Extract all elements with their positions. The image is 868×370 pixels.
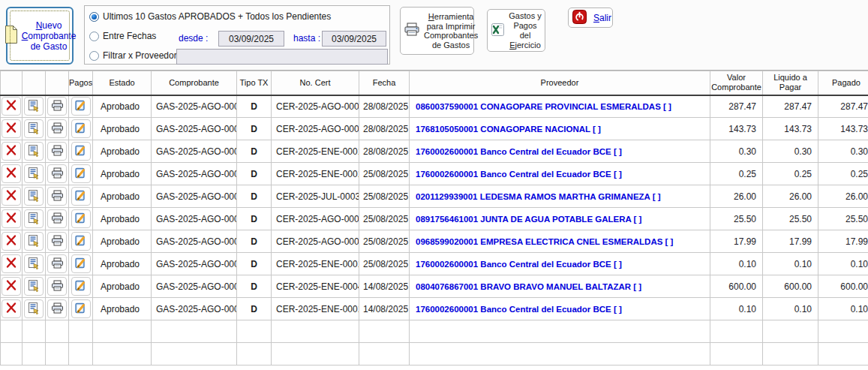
desde-date-input[interactable] <box>218 31 284 47</box>
print-row-button[interactable] <box>47 299 67 318</box>
table-row[interactable]: Aprobado GAS-2025-AGO-00006 D CER-2025-E… <box>1 275 868 298</box>
filter-option-dates[interactable]: Entre Fechas <box>89 31 156 41</box>
empty-cell <box>410 320 710 343</box>
new-expense-voucher-button[interactable]: Nuevo Comprobante de Gasto <box>6 7 74 65</box>
print-row-button[interactable] <box>47 119 67 138</box>
row-properties-button[interactable] <box>24 164 44 183</box>
print-row-button[interactable] <box>47 209 67 228</box>
empty-cell <box>710 320 763 343</box>
row-properties-button[interactable] <box>24 119 44 138</box>
header-print-column <box>46 71 69 95</box>
pagado-cell: 25.50 <box>818 208 868 230</box>
table-row[interactable]: Aprobado GAS-2025-AGO-00013 D CER-2025-A… <box>1 118 868 140</box>
row-properties-button[interactable] <box>24 277 44 296</box>
valor-comprobante-cell: 0.25 <box>710 163 763 185</box>
payments-edit-button[interactable] <box>71 232 91 251</box>
provider-filter-input[interactable] <box>176 49 388 65</box>
comprobante-cell: GAS-2025-AGO-00011 <box>152 163 237 185</box>
table-row[interactable]: Aprobado GAS-2025-AGO-00011 D CER-2025-E… <box>1 163 868 185</box>
edit-pencil-icon <box>74 144 87 159</box>
table-row[interactable]: Aprobado GAS-2025-AGO-00005 D CER-2025-E… <box>1 298 868 320</box>
delete-row-button[interactable] <box>2 299 21 318</box>
payments-edit-button[interactable] <box>71 254 91 273</box>
filter-option-recent[interactable]: Ultimos 10 Gastos APROBADOS + Todos los … <box>89 11 331 22</box>
delete-row-button[interactable] <box>2 277 21 296</box>
delete-row-button[interactable] <box>2 187 21 206</box>
payments-edit-button[interactable] <box>71 119 91 138</box>
print-row-button[interactable] <box>47 254 67 273</box>
table-row[interactable]: Aprobado GAS-2025-AGO-00009 D CER-2025-A… <box>1 208 868 230</box>
delete-x-icon <box>5 122 17 136</box>
estado-cell: Aprobado <box>93 140 152 163</box>
radio-dates[interactable] <box>89 32 99 41</box>
payments-edit-button[interactable] <box>71 299 91 318</box>
proveedor-cell: 1760002600001 Banco Central del Ecuador … <box>410 163 710 185</box>
header-tipo-tx: Tipo TX <box>237 71 272 95</box>
properties-icon <box>28 167 41 182</box>
radio-provider-label: Filtrar x Proveedor <box>103 50 177 61</box>
print-row-button[interactable] <box>47 187 67 206</box>
table-row[interactable]: Aprobado GAS-2025-AGO-00012 D CER-2025-E… <box>1 140 868 163</box>
tipo-tx-cell: D <box>237 118 272 140</box>
no-cert-cell: CER-2025-ENE-0001 <box>272 140 359 163</box>
tipo-tx-cell: D <box>237 163 272 185</box>
payments-edit-button[interactable] <box>71 277 91 296</box>
properties-icon <box>28 257 41 272</box>
radio-provider[interactable] <box>89 51 99 61</box>
expenses-table: Pagos Estado Comprobante Tipo TX No. Cer… <box>0 71 868 365</box>
empty-row <box>1 320 868 343</box>
tipo-tx-cell: D <box>237 95 272 118</box>
table-row[interactable]: Aprobado GAS-2025-AGO-00014 D CER-2025-A… <box>1 95 868 118</box>
row-properties-button[interactable] <box>24 187 44 206</box>
delete-row-button[interactable] <box>2 142 21 161</box>
delete-row-button[interactable] <box>2 232 21 251</box>
delete-row-button[interactable] <box>2 97 21 116</box>
table-row[interactable]: Aprobado GAS-2025-AGO-00010 D CER-2025-J… <box>1 185 868 208</box>
payments-edit-button[interactable] <box>71 142 91 161</box>
radio-recent[interactable] <box>89 12 99 22</box>
delete-row-button[interactable] <box>2 254 21 273</box>
payments-edit-button[interactable] <box>71 164 91 183</box>
payments-cell <box>69 95 93 118</box>
delete-cell <box>1 185 23 208</box>
properties-icon <box>28 122 41 137</box>
proveedor-cell: 1760002600001 Banco Central del Ecuador … <box>410 253 710 275</box>
table-row[interactable]: Aprobado GAS-2025-AGO-00007 D CER-2025-E… <box>1 253 868 275</box>
row-properties-button[interactable] <box>24 299 44 318</box>
filter-group: Ultimos 10 Gastos APROBADOS + Todos los … <box>84 5 390 65</box>
expenses-payments-report-button[interactable]: Gastos y Pagos del Ejercicio <box>487 9 545 52</box>
delete-row-button[interactable] <box>2 164 21 183</box>
row-properties-button[interactable] <box>24 142 44 161</box>
print-button-line2: para Imprimir <box>424 22 478 32</box>
payments-cell <box>69 163 93 185</box>
print-row-button[interactable] <box>47 97 67 116</box>
properties-icon <box>28 144 41 159</box>
payments-cell <box>69 185 93 208</box>
payments-edit-button[interactable] <box>71 97 91 116</box>
row-properties-button[interactable] <box>24 254 44 273</box>
payments-cell <box>69 208 93 230</box>
delete-row-button[interactable] <box>2 119 21 138</box>
print-row-button[interactable] <box>47 164 67 183</box>
print-vouchers-tool-button[interactable]: Herramienta para Imprimir Comprobantes d… <box>400 7 474 55</box>
table-row[interactable]: Aprobado GAS-2025-AGO-00008 D CER-2025-A… <box>1 230 868 253</box>
delete-cell <box>1 275 23 298</box>
payments-edit-button[interactable] <box>71 209 91 228</box>
edit-pencil-icon <box>74 189 87 204</box>
delete-row-button[interactable] <box>2 209 21 228</box>
print-row-button[interactable] <box>47 142 67 161</box>
row-properties-button[interactable] <box>24 232 44 251</box>
tipo-tx-cell: D <box>237 208 272 230</box>
row-properties-button[interactable] <box>24 209 44 228</box>
row-properties-button[interactable] <box>24 97 44 116</box>
comprobante-cell: GAS-2025-AGO-00006 <box>152 275 237 298</box>
exit-button[interactable]: Salir <box>568 8 613 28</box>
payments-edit-button[interactable] <box>71 187 91 206</box>
filter-option-provider[interactable]: Filtrar x Proveedor <box>89 50 177 61</box>
hasta-date-input[interactable] <box>322 31 386 47</box>
pagado-cell: 143.73 <box>818 118 868 140</box>
print-row-button[interactable] <box>47 277 67 296</box>
properties-icon <box>28 189 41 204</box>
empty-cell <box>23 320 46 343</box>
print-row-button[interactable] <box>47 232 67 251</box>
